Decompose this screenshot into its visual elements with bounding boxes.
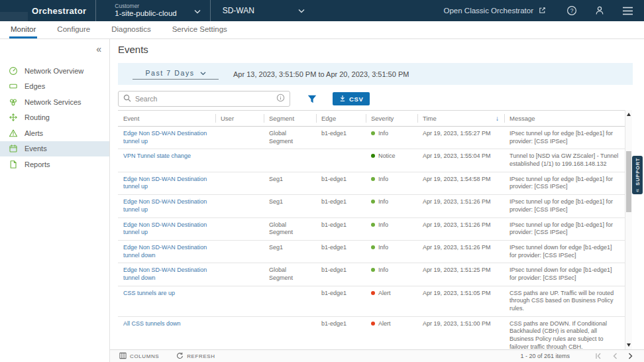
previous-page-icon[interactable] [612,353,617,359]
event-link[interactable]: Edge Non SD-WAN Destination tunnel up [123,130,207,145]
table-row: VPN Tunnel state changeNoticeApr 19, 202… [118,149,625,172]
customer-selector[interactable]: Customer 1-site-public-cloud [96,3,209,19]
svg-text:?: ? [570,7,574,14]
sidebar-item-label: Events [25,145,47,152]
column-header-user[interactable]: User [215,111,264,126]
cell-time: Apr 19, 2023, 1:54:58 PM [417,172,504,194]
cell-event: All CSS tunnels down [118,317,215,349]
cell-segment: Global Segment [264,218,316,240]
search-input[interactable] [135,95,272,103]
open-classic-orchestrator-link[interactable]: Open Classic Orchestrator [444,6,547,16]
table-row: CSS tunnels are upb1-edge1AlertApr 19, 2… [118,286,625,317]
cell-severity: Info [366,263,417,285]
app-window: Orchestrator Customer 1-site-public-clou… [0,0,644,362]
severity-label: Info [378,198,388,206]
cell-severity: Notice [366,149,417,171]
scrollbar-thumb[interactable] [626,151,631,212]
refresh-button[interactable]: REFRESH [176,352,215,361]
table-row: Edge Non SD-WAN Destination tunnel downS… [118,241,625,263]
column-header-message[interactable]: Message [504,111,625,126]
tab-configure[interactable]: Configure [56,21,91,38]
severity-label: Info [378,221,388,229]
events-table: EventUserSegmentEdgeSeverityTime↓Message… [118,110,625,349]
event-link[interactable]: CSS tunnels are up [123,290,175,296]
filter-funnel-icon[interactable] [307,95,317,103]
column-header-severity[interactable]: Severity [366,111,417,126]
event-link[interactable]: All CSS tunnels down [123,320,181,327]
time-range-select[interactable]: Past 7 Days [133,69,219,80]
cell-severity: Info [366,218,417,240]
sidebar-item-reports[interactable]: Reports [0,156,109,172]
event-link[interactable]: Edge Non SD-WAN Destination tunnel down [123,244,207,259]
first-page-icon[interactable] [595,353,602,359]
column-header-time[interactable]: Time↓ [417,111,504,126]
sort-desc-icon: ↓ [496,115,499,122]
cell-edge: b1-edge1 [316,241,366,263]
sidebar-item-network-services[interactable]: Network Services [0,94,109,110]
scroll-down-icon[interactable] [627,343,631,347]
severity-dot-info [371,177,375,181]
event-link[interactable]: VPN Tunnel state change [123,152,191,159]
sidebar-item-events[interactable]: Events [0,141,109,157]
event-link[interactable]: Edge Non SD-WAN Destination tunnel up [123,198,207,213]
column-header-edge[interactable]: Edge [316,111,366,126]
cell-time: Apr 19, 2023, 1:55:27 PM [417,127,504,149]
cell-time: Apr 19, 2023, 1:55:04 PM [417,149,504,171]
columns-button[interactable]: COLUMNS [119,352,159,361]
cell-edge [316,149,366,171]
sidebar-item-routing[interactable]: Routing [0,110,109,126]
sidebar: « Network OverviewEdgesNetwork ServicesR… [0,39,110,362]
csv-export-button[interactable]: CSV [333,92,370,105]
gauge-icon [9,66,18,76]
tab-diagnostics[interactable]: Diagnostics [110,21,152,38]
event-link[interactable]: Edge Non SD-WAN Destination tunnel down [123,267,207,281]
sidebar-collapse-icon[interactable]: « [96,44,101,54]
cell-message: IPsec tunnel down for edge [b1-edge1] fo… [504,241,625,263]
hamburger-menu-icon[interactable] [622,7,633,15]
table-scrollbar[interactable] [625,110,632,349]
severity-dot-info [371,131,375,135]
severity-dot-alert [371,322,375,326]
table-row: Edge Non SD-WAN Destination tunnel upGlo… [118,218,625,241]
sidebar-item-alerts[interactable]: Alerts [0,125,109,141]
search-info-icon[interactable] [276,93,285,105]
column-header-segment[interactable]: Segment [264,111,316,126]
cell-edge: b1-edge1 [316,172,366,194]
cell-severity: Info [366,195,417,217]
sidebar-item-label: Alerts [25,129,43,137]
table-row: All CSS tunnels downb1-edge1AlertApr 19,… [118,317,625,349]
cell-user [215,241,264,263]
tab-service-settings[interactable]: Service Settings [171,21,229,38]
user-icon[interactable] [594,5,605,16]
event-link[interactable]: Edge Non SD-WAN Destination tunnel up [123,221,207,236]
severity-label: Info [378,130,388,138]
column-header-event[interactable]: Event [118,111,215,126]
report-icon [9,160,18,169]
cell-event: Edge Non SD-WAN Destination tunnel down [118,241,215,263]
sidebar-item-edges[interactable]: Edges [0,79,109,95]
cell-message: IPsec tunnel down for edge [b1-edge1] fo… [504,263,625,285]
alert-triangle-icon [9,129,18,138]
sidebar-item-label: Reports [25,160,50,168]
cell-event: Edge Non SD-WAN Destination tunnel up [118,195,215,217]
event-link[interactable]: Edge Non SD-WAN Destination tunnel up [123,176,207,190]
cell-segment: Global Segment [264,127,316,149]
main-content: Events Past 7 Days Apr 13, 2023, 3:51:50… [110,39,644,362]
table-footer: COLUMNS REFRESH 1 - 20 of 261 items [110,349,644,362]
cell-message: IPsec tunnel up for edge [b1-edge1] for … [504,127,625,149]
columns-icon [119,352,127,361]
help-icon[interactable]: ? [566,5,577,16]
chevron-down-icon [298,6,305,15]
cell-edge: b1-edge1 [316,317,366,349]
tab-monitor[interactable]: Monitor [9,21,37,38]
cell-message: CSS paths are UP. Traffic will be routed… [504,286,625,316]
product-selector[interactable]: SD-WAN [211,6,314,15]
cell-time: Apr 19, 2023, 1:51:05 PM [417,286,504,316]
table-header-row: EventUserSegmentEdgeSeverityTime↓Message [118,111,625,127]
sidebar-item-network-overview[interactable]: Network Overview [0,63,109,79]
cell-time: Apr 19, 2023, 1:51:26 PM [417,195,504,217]
cell-user [215,286,264,316]
support-tab[interactable]: « SUPPORT [632,156,643,194]
scroll-up-icon[interactable] [627,113,631,116]
next-page-icon[interactable] [628,353,633,359]
